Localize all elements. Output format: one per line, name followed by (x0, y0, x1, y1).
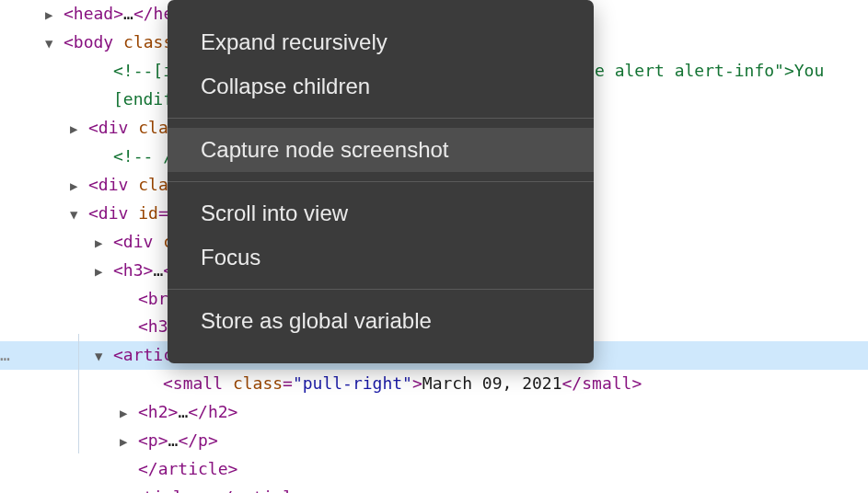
token-punct: < (138, 316, 148, 336)
gutter: … (0, 341, 20, 370)
token-punct: > (144, 260, 154, 280)
menu-item[interactable]: Store as global variable (168, 299, 594, 343)
token-plain (113, 32, 123, 52)
token-tag: div (123, 232, 154, 251)
expand-toggle-icon[interactable]: ▶ (95, 260, 113, 282)
token-tag: br (148, 289, 168, 308)
menu-item[interactable]: Focus (168, 235, 594, 280)
expand-toggle-icon[interactable]: ▼ (70, 203, 88, 225)
token-punct: > (631, 373, 642, 393)
token-punct: </ (133, 4, 154, 23)
token-punct: < (64, 32, 74, 52)
token-tag: head (74, 4, 113, 23)
token-punct: > (412, 373, 422, 393)
token-punct: </ (178, 430, 198, 450)
token-punct: < (113, 260, 123, 280)
menu-item[interactable]: Scroll into view (168, 191, 594, 235)
context-menu: Expand recursivelyCollapse childrenCaptu… (168, 0, 594, 363)
token-tag: article (123, 487, 193, 493)
token-punct: > (228, 402, 238, 421)
token-plain: March 09, 2021 (422, 373, 562, 393)
token-ellipsis: … (168, 430, 179, 450)
token-comment: e alert alert-info">You (595, 61, 824, 80)
token-tag: article (233, 487, 303, 493)
token-tag: article (158, 459, 228, 478)
expand-toggle-icon[interactable]: ▼ (95, 345, 113, 367)
token-punct: </ (213, 487, 233, 493)
token-punct: < (113, 232, 123, 251)
token-punct: </ (188, 402, 208, 421)
expand-toggle-icon[interactable]: ▶ (70, 175, 88, 197)
token-punct: > (158, 430, 168, 450)
token-punct: > (208, 430, 218, 450)
tree-line[interactable]: ▶<h2>…</h2> (0, 398, 868, 427)
token-punct: < (138, 402, 148, 421)
token-attr-name: id (138, 203, 158, 223)
expand-toggle-icon[interactable]: ▶ (120, 430, 138, 453)
token-ellipsis: … (153, 260, 163, 280)
token-plain (223, 373, 233, 393)
tree-line[interactable]: ▶<article>…</article> (0, 484, 868, 493)
token-attr-name: class (123, 32, 173, 52)
token-plain (128, 118, 138, 137)
token-punct: </ (138, 459, 158, 478)
token-plain (128, 203, 138, 223)
token-punct: > (228, 459, 238, 478)
token-punct: > (168, 402, 179, 421)
token-tag: p (198, 430, 208, 450)
token-plain (153, 232, 163, 251)
token-punct: > (193, 487, 203, 493)
token-punct: < (88, 175, 98, 194)
token-tag: h2 (208, 402, 228, 421)
token-attr-name: class (233, 373, 283, 393)
menu-item[interactable]: Collapse children (168, 64, 594, 109)
menu-separator (168, 118, 594, 119)
token-plain (128, 175, 138, 194)
token-punct: < (163, 373, 173, 393)
tree-line[interactable]: ▶<p>…</p> (0, 427, 868, 455)
token-attr-value: "pull-right" (293, 373, 412, 393)
token-punct: < (113, 487, 123, 493)
token-tag: p (148, 430, 158, 450)
token-punct: < (64, 4, 74, 23)
token-tag: small (173, 373, 223, 393)
expand-toggle-icon[interactable]: ▼ (45, 32, 64, 54)
expand-toggle-icon[interactable]: ▶ (120, 402, 138, 424)
token-punct: < (113, 345, 123, 364)
token-punct: </ (562, 373, 583, 393)
expand-toggle-icon[interactable]: ▶ (95, 232, 113, 254)
token-tag: div (98, 203, 129, 223)
token-punct: > (303, 487, 313, 493)
token-tag: div (98, 118, 129, 137)
menu-separator (168, 181, 594, 182)
token-tag: h2 (148, 402, 168, 421)
token-ellipsis: … (178, 402, 188, 421)
token-punct: > (113, 4, 123, 23)
token-ellipsis: … (203, 487, 214, 493)
token-punct: < (88, 203, 98, 223)
tree-line[interactable]: ▶<small class="pull-right">March 09, 202… (0, 370, 868, 398)
token-ellipsis: … (123, 4, 133, 23)
token-tag: small (582, 373, 631, 393)
token-punct: < (88, 118, 98, 137)
token-tag: body (74, 32, 113, 52)
token-tag: h3 (123, 260, 144, 280)
menu-item[interactable]: Expand recursively (168, 20, 594, 64)
token-tag: div (98, 175, 129, 194)
expand-toggle-icon[interactable]: ▶ (95, 487, 113, 493)
token-punct: < (138, 430, 148, 450)
expand-toggle-icon[interactable]: ▶ (45, 4, 64, 26)
indent-guide (78, 334, 79, 453)
menu-item[interactable]: Capture node screenshot (168, 128, 594, 172)
token-punct: = (283, 373, 293, 393)
menu-separator (168, 289, 594, 290)
token-punct: < (138, 289, 148, 308)
expand-toggle-icon[interactable]: ▶ (70, 118, 88, 140)
token-tag: h3 (148, 316, 168, 336)
tree-line[interactable]: ▶</article> (0, 455, 868, 484)
